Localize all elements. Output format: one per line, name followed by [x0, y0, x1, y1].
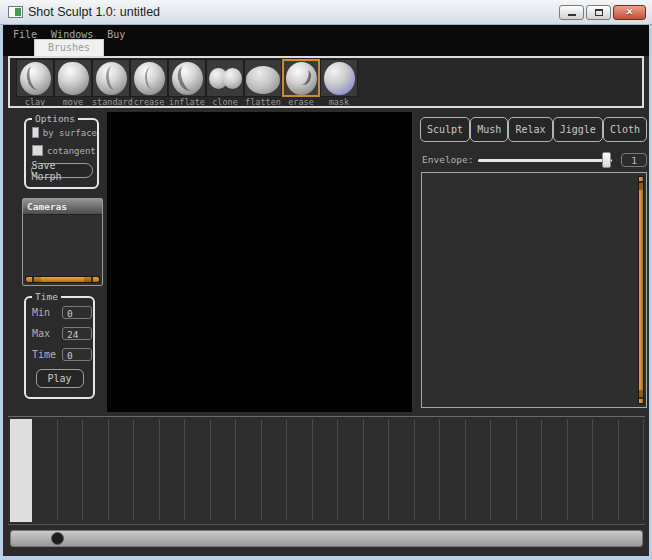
- minimize-icon: [568, 14, 576, 16]
- current-frame-marker[interactable]: [10, 419, 32, 522]
- by-surface-label: by surface: [43, 128, 97, 138]
- time-field[interactable]: 0: [62, 348, 92, 361]
- cloth-button[interactable]: Cloth: [603, 117, 647, 142]
- cameras-panel-header: Cameras: [23, 199, 102, 215]
- maximize-button[interactable]: [586, 5, 611, 20]
- timeline-frame-column[interactable]: [389, 419, 415, 520]
- timeline-scrollbar-knob[interactable]: [51, 532, 64, 545]
- crease-brush-icon: [134, 62, 165, 95]
- brush-item-clone[interactable]: clone: [206, 59, 244, 107]
- brush-label: standard: [92, 98, 130, 107]
- menu-item-buy[interactable]: Buy: [107, 29, 125, 40]
- timeline-frame-column[interactable]: [287, 419, 313, 520]
- play-button[interactable]: Play: [36, 369, 84, 388]
- by-surface-checkbox[interactable]: [32, 127, 39, 138]
- erase-brush-icon: [286, 62, 317, 95]
- timeline-frame-column[interactable]: [517, 419, 543, 520]
- envelope-slider[interactable]: [478, 152, 612, 168]
- timeline-frame-column[interactable]: [466, 419, 492, 520]
- brush-item-flatten[interactable]: flatten: [244, 59, 282, 107]
- timeline-frame-column[interactable]: [236, 419, 262, 520]
- timeline-frame-column[interactable]: [313, 419, 339, 520]
- clone-brush-icon: [210, 62, 241, 95]
- brush-label: clone: [206, 98, 244, 107]
- brush-label: inflate: [168, 98, 206, 107]
- brush-item-inflate[interactable]: inflate: [168, 59, 206, 107]
- top-strip: File Windows Buy Brushes: [3, 25, 649, 56]
- timeline-frame-column[interactable]: [364, 419, 390, 520]
- brush-label: erase: [282, 98, 320, 107]
- time-field-row: Time 0: [32, 348, 93, 361]
- timeline-frame-column[interactable]: [32, 419, 58, 520]
- brush-item-move[interactable]: move: [54, 59, 92, 107]
- min-label: Min: [32, 307, 58, 318]
- cameras-panel: Cameras: [22, 198, 103, 286]
- close-icon: ✕: [626, 7, 634, 17]
- checkbox-row-by-surface: by surface: [32, 127, 97, 138]
- brush-item-standard[interactable]: standard: [92, 59, 130, 107]
- relax-button[interactable]: Relax: [508, 117, 552, 142]
- checkbox-row-cotangent: cotangent: [32, 145, 97, 156]
- min-field-row: Min 0: [32, 306, 93, 319]
- cotangent-checkbox[interactable]: [32, 145, 43, 156]
- timeline-frame-column[interactable]: [619, 419, 645, 520]
- brush-item-erase[interactable]: erase: [282, 59, 320, 107]
- cotangent-label: cotangent: [47, 146, 96, 156]
- timeline-frame-column[interactable]: [211, 419, 237, 520]
- brush-label: clay: [16, 98, 54, 107]
- envelope-slider-track: [478, 159, 612, 162]
- close-button[interactable]: ✕: [613, 5, 646, 20]
- timeline-frame-column[interactable]: [58, 419, 84, 520]
- sculpt-layer-list[interactable]: [421, 172, 647, 408]
- envelope-row: Envelope: 1: [422, 151, 647, 168]
- brush-label: mask: [320, 98, 358, 107]
- cameras-horizontal-scrollbar[interactable]: [25, 276, 100, 283]
- flatten-brush-icon: [246, 66, 280, 94]
- deformer-buttons: Sculpt Mush Relax Jiggle Cloth: [420, 117, 647, 142]
- maximize-icon: [595, 9, 603, 16]
- minimize-button[interactable]: [559, 5, 584, 20]
- tab-brushes[interactable]: Brushes: [34, 39, 104, 56]
- timeline-frame-column[interactable]: [491, 419, 517, 520]
- time-group: Time Min 0 Max 24 Time 0 Play: [24, 296, 95, 399]
- timeline-frame-column[interactable]: [440, 419, 466, 520]
- mush-button[interactable]: Mush: [470, 117, 508, 142]
- timeline-frame-column[interactable]: [542, 419, 568, 520]
- timeline-frame-column[interactable]: [134, 419, 160, 520]
- min-field[interactable]: 0: [62, 306, 92, 319]
- window-controls: ✕: [559, 5, 646, 20]
- move-brush-icon: [58, 62, 89, 95]
- timeline-frame-column[interactable]: [185, 419, 211, 520]
- timeline-scrollbar[interactable]: [10, 530, 643, 547]
- brush-item-clay[interactable]: clay: [16, 59, 54, 107]
- clay-brush-icon: [20, 62, 51, 95]
- jiggle-button[interactable]: Jiggle: [553, 117, 603, 142]
- layer-list-vertical-scrollbar[interactable]: [638, 176, 644, 404]
- max-field[interactable]: 24: [62, 327, 92, 340]
- envelope-value-field[interactable]: 1: [621, 153, 647, 167]
- app-icon: [8, 6, 23, 18]
- save-morph-button[interactable]: Save Morph: [31, 163, 93, 178]
- brush-item-mask[interactable]: mask: [320, 59, 358, 107]
- sculpt-button[interactable]: Sculpt: [420, 117, 470, 142]
- viewport[interactable]: [107, 112, 412, 412]
- brush-strip: clay move standard crease inflate: [16, 59, 358, 107]
- timeline-frame-column[interactable]: [160, 419, 186, 520]
- timeline-frame-column[interactable]: [83, 419, 109, 520]
- timeline-frame-column[interactable]: [415, 419, 441, 520]
- timeline-frame-column[interactable]: [338, 419, 364, 520]
- brush-label: move: [54, 98, 92, 107]
- timeline-frame-column[interactable]: [593, 419, 619, 520]
- timeline-frame-column[interactable]: [568, 419, 594, 520]
- max-label: Max: [32, 328, 58, 339]
- timeline-frame-column[interactable]: [109, 419, 135, 520]
- envelope-label: Envelope:: [422, 154, 478, 165]
- timeline-frame-column[interactable]: [262, 419, 288, 520]
- brush-item-crease[interactable]: crease: [130, 59, 168, 107]
- envelope-slider-handle[interactable]: [602, 152, 611, 168]
- brushes-toolbar: clay move standard crease inflate: [8, 56, 644, 108]
- timeline[interactable]: [8, 416, 645, 525]
- brush-label: crease: [130, 98, 168, 107]
- client-area: File Windows Buy Brushes clay move stand: [3, 25, 649, 556]
- max-field-row: Max 24: [32, 327, 93, 340]
